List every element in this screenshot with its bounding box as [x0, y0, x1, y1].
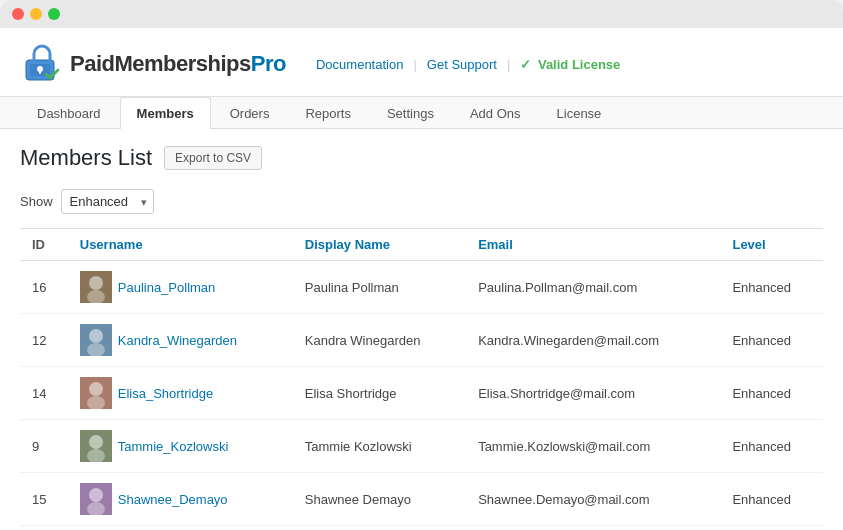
nav-tabs: Dashboard Members Orders Reports Setting… [0, 97, 843, 129]
cell-level: Enhanced [720, 367, 823, 420]
cell-level: Enhanced [720, 314, 823, 367]
cell-email: Kandra.Winegarden@mail.com [466, 314, 720, 367]
username-link[interactable]: Kandra_Winegarden [118, 333, 237, 348]
col-level: Level [720, 229, 823, 261]
col-username: Username [68, 229, 293, 261]
svg-point-11 [89, 382, 103, 396]
maximize-button[interactable] [48, 8, 60, 20]
svg-point-17 [89, 488, 103, 502]
cell-id: 15 [20, 473, 68, 526]
cell-email: Paulina.Pollman@mail.com [466, 261, 720, 314]
tab-reports[interactable]: Reports [288, 97, 368, 129]
table-header-row: ID Username Display Name Email Level [20, 229, 823, 261]
cell-username: Tammie_Kozlowski [68, 420, 293, 472]
cell-email: Elisa.Shortridge@mail.com [466, 367, 720, 420]
username-link[interactable]: Tammie_Kozlowski [118, 439, 229, 454]
avatar [80, 324, 112, 356]
svg-point-5 [89, 276, 103, 290]
cell-username: Kandra_Winegarden [68, 314, 293, 366]
cell-display-name: Paulina Pollman [293, 261, 466, 314]
tab-settings[interactable]: Settings [370, 97, 451, 129]
cell-id: 14 [20, 367, 68, 420]
avatar [80, 271, 112, 303]
tab-members[interactable]: Members [120, 97, 211, 129]
tab-license[interactable]: License [540, 97, 619, 129]
support-link[interactable]: Get Support [427, 57, 497, 72]
page-title-row: Members List Export to CSV [20, 145, 823, 171]
cell-level: Enhanced [720, 420, 823, 473]
username-link[interactable]: Paulina_Pollman [118, 280, 216, 295]
license-status: ✓ Valid License [520, 57, 620, 72]
members-table: ID Username Display Name Email Level 16P… [20, 228, 823, 526]
cell-username: Shawnee_Demayo [68, 473, 293, 525]
username-link[interactable]: Elisa_Shortridge [118, 386, 213, 401]
logo: PaidMembershipsPro [20, 42, 286, 86]
cell-email: Shawnee.Demayo@mail.com [466, 473, 720, 526]
minimize-button[interactable] [30, 8, 42, 20]
cell-id: 9 [20, 420, 68, 473]
header-divider2: | [507, 57, 510, 72]
col-id: ID [20, 229, 68, 261]
col-display-name: Display Name [293, 229, 466, 261]
cell-display-name: Tammie Kozlowski [293, 420, 466, 473]
documentation-link[interactable]: Documentation [316, 57, 403, 72]
cell-display-name: Shawnee Demayo [293, 473, 466, 526]
show-filter-row: Show Enhanced All Expired [20, 189, 823, 214]
checkmark-icon: ✓ [520, 57, 531, 72]
show-label: Show [20, 194, 53, 209]
header-divider: | [413, 57, 416, 72]
avatar [80, 483, 112, 515]
table-row: 12Kandra_WinegardenKandra WinegardenKand… [20, 314, 823, 367]
tab-addons[interactable]: Add Ons [453, 97, 538, 129]
cell-id: 12 [20, 314, 68, 367]
close-button[interactable] [12, 8, 24, 20]
cell-id: 16 [20, 261, 68, 314]
cell-level: Enhanced [720, 473, 823, 526]
col-email: Email [466, 229, 720, 261]
username-link[interactable]: Shawnee_Demayo [118, 492, 228, 507]
page-title: Members List [20, 145, 152, 171]
logo-icon [20, 42, 64, 86]
tab-orders[interactable]: Orders [213, 97, 287, 129]
titlebar [0, 0, 843, 28]
cell-level: Enhanced [720, 261, 823, 314]
export-csv-button[interactable]: Export to CSV [164, 146, 262, 170]
cell-display-name: Kandra Winegarden [293, 314, 466, 367]
svg-rect-3 [39, 69, 41, 74]
level-filter-select[interactable]: Enhanced All Expired [61, 189, 154, 214]
table-row: 9Tammie_KozlowskiTammie KozlowskiTammie.… [20, 420, 823, 473]
cell-username: Elisa_Shortridge [68, 367, 293, 419]
table-row: 15Shawnee_DemayoShawnee DemayoShawnee.De… [20, 473, 823, 526]
table-row: 16Paulina_PollmanPaulina PollmanPaulina.… [20, 261, 823, 314]
avatar [80, 430, 112, 462]
logo-text: PaidMembershipsPro [70, 51, 286, 77]
cell-username: Paulina_Pollman [68, 261, 293, 313]
svg-point-8 [89, 329, 103, 343]
content-area: Members List Export to CSV Show Enhanced… [0, 129, 843, 530]
header-links: Documentation | Get Support | ✓ Valid Li… [316, 57, 620, 72]
level-filter-wrapper: Enhanced All Expired [61, 189, 154, 214]
cell-email: Tammie.Kozlowski@mail.com [466, 420, 720, 473]
app-header: PaidMembershipsPro Documentation | Get S… [0, 28, 843, 97]
cell-display-name: Elisa Shortridge [293, 367, 466, 420]
table-row: 14Elisa_ShortridgeElisa ShortridgeElisa.… [20, 367, 823, 420]
avatar [80, 377, 112, 409]
tab-dashboard[interactable]: Dashboard [20, 97, 118, 129]
svg-point-14 [89, 435, 103, 449]
